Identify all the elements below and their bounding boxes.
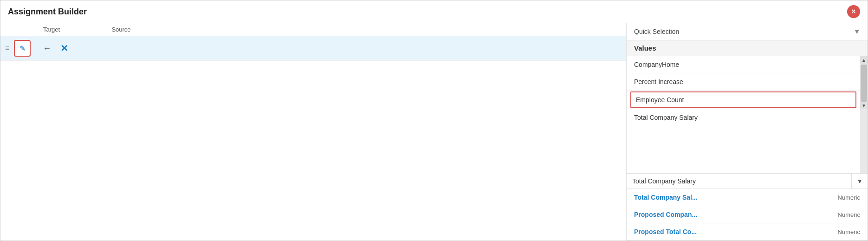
modal-body: Target Source ≡ ✎ ← ✕ Quick Selection ▼ — [0, 23, 868, 241]
result-item: Total Company Sal...Numeric — [627, 189, 868, 206]
result-type: Numeric — [838, 211, 860, 218]
values-list-wrapper: CompanyHomePercent IncreaseEmployee Coun… — [627, 56, 868, 173]
dropdown-select-arrow-icon[interactable]: ▼ — [851, 174, 868, 189]
result-item: Proposed Compan...Numeric — [627, 206, 868, 223]
value-item[interactable]: Percent Increase — [627, 73, 860, 91]
quick-selection-header: Quick Selection ▼ — [627, 23, 868, 40]
result-label[interactable]: Total Company Sal... — [634, 194, 698, 201]
result-type: Numeric — [838, 194, 860, 201]
result-type: Numeric — [838, 228, 860, 235]
modal-close-button[interactable]: × — [847, 5, 860, 18]
target-column-header: Target — [0, 26, 75, 33]
result-label[interactable]: Proposed Compan... — [634, 211, 697, 218]
edit-pencil-icon: ✎ — [19, 44, 26, 53]
dropdown-select-value[interactable]: Total Company Salary — [627, 174, 851, 189]
quick-selection-dropdown-arrow-icon[interactable]: ▼ — [854, 28, 860, 35]
right-panel: Quick Selection ▼ Values CompanyHomePerc… — [626, 23, 868, 241]
drag-handle-icon[interactable]: ≡ — [5, 44, 9, 52]
scrollbar-arrow-up[interactable]: ▲ — [860, 56, 868, 64]
result-label[interactable]: Proposed Total Co... — [634, 228, 697, 235]
value-item[interactable]: Total Company Salary — [627, 109, 860, 126]
modal-title: Assignment Builder — [8, 7, 87, 17]
modal-container: Assignment Builder × Target Source ≡ ✎ ←… — [0, 0, 868, 241]
values-header: Values — [627, 40, 868, 56]
values-list: CompanyHomePercent IncreaseEmployee Coun… — [627, 56, 860, 173]
result-item: Proposed Total Co...Numeric — [627, 223, 868, 241]
delete-button[interactable]: ✕ — [56, 41, 73, 56]
edit-button[interactable]: ✎ — [14, 40, 31, 57]
value-item[interactable]: Employee Count — [630, 91, 856, 108]
values-section: Values CompanyHomePercent IncreaseEmploy… — [627, 40, 868, 241]
column-headers: Target Source — [0, 23, 626, 36]
scrollbar-arrow-down[interactable]: ▼ — [860, 102, 868, 109]
quick-selection-label: Quick Selection — [634, 28, 679, 35]
assignment-row: ≡ ✎ ← ✕ — [0, 36, 626, 61]
dropdown-select-row: Total Company Salary ▼ — [627, 173, 868, 189]
value-item[interactable]: CompanyHome — [627, 56, 860, 73]
results-list: Total Company Sal...NumericProposed Comp… — [627, 189, 868, 241]
modal-header: Assignment Builder × — [0, 0, 868, 23]
source-column-header: Source — [75, 26, 168, 33]
scrollbar-thumb[interactable] — [861, 65, 867, 102]
scrollbar-track: ▲ ▼ — [860, 56, 868, 173]
arrow-back-button[interactable]: ← — [38, 42, 56, 55]
left-panel: Target Source ≡ ✎ ← ✕ — [0, 23, 626, 241]
